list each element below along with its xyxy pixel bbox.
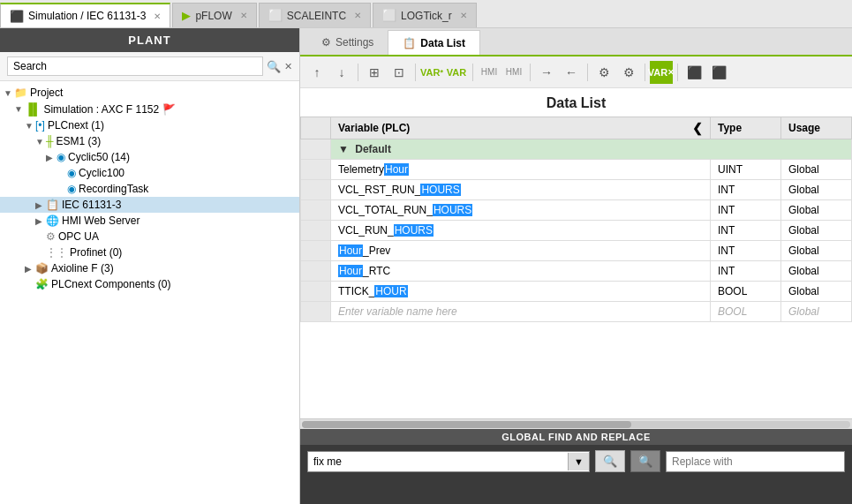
- placeholder-type: BOOL: [711, 302, 781, 322]
- sub-tab-settings[interactable]: ⚙ Settings: [307, 30, 388, 55]
- tree-icon-simulation: ▐▌: [25, 102, 41, 116]
- tree-arrow-iec61131: ▶: [35, 200, 46, 210]
- table-row-3[interactable]: VCL_RUN_HOURS INT Global: [301, 221, 852, 241]
- tree-icon-plcnext-comp: 🧩: [35, 278, 49, 290]
- placeholder-variable[interactable]: Enter variable name here: [331, 302, 711, 322]
- row5-variable[interactable]: Hour_RTC: [331, 261, 711, 282]
- table-row-4[interactable]: Hour_Prev INT Global: [301, 241, 852, 261]
- toolbar-btn-expand-all[interactable]: ⊡: [388, 61, 411, 84]
- toolbar-btn-up[interactable]: ↑: [305, 61, 328, 84]
- tab-scaleintc[interactable]: ⬜ SCALEINTC ✕: [259, 3, 371, 27]
- tree-label-simulation: Simulation : AXC F 1152: [43, 103, 159, 116]
- row5-highlight: Hour: [338, 265, 363, 277]
- horizontal-scrollbar[interactable]: [300, 418, 852, 429]
- tree-arrow-hmiweb: ▶: [35, 216, 46, 226]
- find-input-container: ▼: [307, 451, 590, 472]
- sub-tab-data-list[interactable]: 📋 Data List: [388, 30, 480, 55]
- table-row-1[interactable]: VCL_RST_RUN_HOURS INT Global: [301, 180, 852, 200]
- tree-item-plcnext[interactable]: ▼ [•] PLCnext (1): [0, 117, 299, 133]
- tree-item-opcua[interactable]: ⚙ OPC UA: [0, 229, 299, 244]
- tree-item-recordingtask[interactable]: ◉ RecordingTask: [0, 181, 299, 197]
- tree-item-esm1[interactable]: ▼ ╫ ESM1 (3): [0, 133, 299, 149]
- tree-icon-project: 📁: [14, 87, 27, 99]
- tree-icon-recordingtask: ◉: [67, 183, 76, 195]
- sub-tab-data-list-icon: 📋: [403, 37, 416, 49]
- search-bar: 🔍 ✕: [0, 52, 299, 81]
- find-search-button[interactable]: 🔍: [595, 450, 625, 472]
- col-header-icon: [301, 117, 331, 139]
- tree-item-project[interactable]: ▼ 📁 Project: [0, 85, 299, 101]
- table-row-6[interactable]: TTICK_HOUR BOOL Global: [301, 282, 852, 302]
- row2-variable[interactable]: VCL_TOTAL_RUN_HOURS: [331, 200, 711, 221]
- app-container: ⬛ Simulation / IEC 61131-3 ✕ ▶ pFLOW ✕ ⬜…: [0, 0, 852, 504]
- row2-usage: Global: [781, 200, 852, 221]
- col-header-variable[interactable]: Variable (PLC) ❮: [331, 117, 711, 139]
- tab-scaleintc-close[interactable]: ✕: [354, 11, 361, 20]
- row2-type: INT: [711, 200, 781, 221]
- toolbar-btn-gear1[interactable]: ⚙: [592, 61, 615, 84]
- find-input[interactable]: [308, 452, 568, 471]
- find-dropdown-btn[interactable]: ▼: [568, 453, 589, 470]
- toolbar-btn-export1[interactable]: ⬛: [682, 61, 705, 84]
- search-clear-icon[interactable]: ✕: [284, 61, 292, 72]
- toolbar-btn-hmi1[interactable]: HMI: [478, 61, 501, 84]
- scroll-thumb[interactable]: [302, 421, 631, 428]
- row1-variable[interactable]: VCL_RST_RUN_HOURS: [331, 180, 711, 200]
- row0-usage: Global: [781, 160, 852, 180]
- sub-tab-settings-label: Settings: [336, 36, 373, 49]
- placeholder-text: Enter variable name here: [338, 305, 457, 318]
- toolbar-btn-export2[interactable]: ⬛: [707, 61, 730, 84]
- tab-logtick[interactable]: ⬜ LOGTick_r ✕: [373, 3, 477, 27]
- row0-icon: [301, 160, 331, 180]
- toolbar-sep-6: [645, 64, 645, 81]
- tabs-bar: ⬛ Simulation / IEC 61131-3 ✕ ▶ pFLOW ✕ ⬜…: [0, 0, 852, 28]
- tab-logtick-close[interactable]: ✕: [460, 11, 467, 20]
- tab-pflOW[interactable]: ▶ pFLOW ✕: [172, 3, 256, 27]
- toolbar-btn-arrow-right[interactable]: →: [535, 61, 558, 84]
- tree-item-axioline[interactable]: ▶ 📦 Axioline F (3): [0, 260, 299, 276]
- search-input[interactable]: [7, 56, 263, 76]
- toolbar-btn-collapse-all[interactable]: ⊞: [363, 61, 386, 84]
- toolbar-btn-gear2[interactable]: ⚙: [617, 61, 640, 84]
- tab-simulation[interactable]: ⬛ Simulation / IEC 61131-3 ✕: [0, 3, 170, 27]
- table-row-placeholder[interactable]: Enter variable name here BOOL Global: [301, 302, 852, 322]
- row3-variable[interactable]: VCL_RUN_HOURS: [331, 221, 711, 241]
- tree-arrow-esm1: ▼: [35, 137, 46, 147]
- row2-icon: [301, 200, 331, 221]
- toolbar-btn-var[interactable]: VAR: [445, 61, 468, 84]
- table-row-5[interactable]: Hour_RTC INT Global: [301, 261, 852, 282]
- tree-arrow-project: ▼: [4, 88, 14, 98]
- table-row-0[interactable]: TelemetryHour UINT Global: [301, 160, 852, 180]
- tree-icon-esm1: ╫: [46, 135, 54, 147]
- replace-input[interactable]: [666, 451, 845, 472]
- row6-variable[interactable]: TTICK_HOUR: [331, 282, 711, 302]
- table-row-2[interactable]: VCL_TOTAL_RUN_HOURS INT Global: [301, 200, 852, 221]
- toolbar-btn-var-x[interactable]: VAR✕: [650, 61, 673, 84]
- row4-variable[interactable]: Hour_Prev: [331, 241, 711, 261]
- scroll-track[interactable]: [302, 421, 850, 428]
- tab-simulation-close[interactable]: ✕: [154, 11, 161, 21]
- placeholder-usage: Global: [781, 302, 852, 322]
- tree-item-plcnext-comp[interactable]: 🧩 PLCnext Components (0): [0, 276, 299, 292]
- tree-item-simulation[interactable]: ▼ ▐▌ Simulation : AXC F 1152 🚩: [0, 101, 299, 117]
- group-arrow-default: ▼: [338, 143, 349, 155]
- col-collapse-btn[interactable]: ❮: [692, 121, 703, 135]
- toolbar-btn-arrow-left[interactable]: ←: [560, 61, 583, 84]
- tree-icon-opcua: ⚙: [46, 230, 56, 243]
- tab-pflOW-close[interactable]: ✕: [240, 11, 247, 20]
- tree-item-profinet[interactable]: ⋮⋮ Profinet (0): [0, 244, 299, 260]
- find-search-button2[interactable]: 🔍: [630, 450, 660, 472]
- left-panel: PLANT 🔍 ✕ ▼ 📁 Project ▼ ▐▌ Simulation : …: [0, 28, 300, 504]
- toolbar-btn-down[interactable]: ↓: [330, 61, 353, 84]
- toolbar-btn-hmi2[interactable]: HMI: [502, 61, 525, 84]
- plant-header: PLANT: [0, 28, 299, 52]
- row0-variable[interactable]: TelemetryHour: [331, 160, 711, 180]
- tab-pflOW-label: pFLOW: [195, 10, 231, 22]
- toolbar-btn-var-star[interactable]: VAR*: [420, 61, 443, 84]
- group-row-default[interactable]: ▼ Default: [301, 139, 852, 160]
- tree-item-cyclic50[interactable]: ▶ ◉ Cyclic50 (14): [0, 149, 299, 165]
- tree-item-hmiweb[interactable]: ▶ 🌐 HMI Web Server: [0, 213, 299, 229]
- tree-item-cyclic100[interactable]: ◉ Cyclic100: [0, 165, 299, 181]
- tree-item-iec61131[interactable]: ▶ 📋 IEC 61131-3: [0, 197, 299, 213]
- tree-label-plcnext-comp: PLCnext Components (0): [51, 278, 170, 290]
